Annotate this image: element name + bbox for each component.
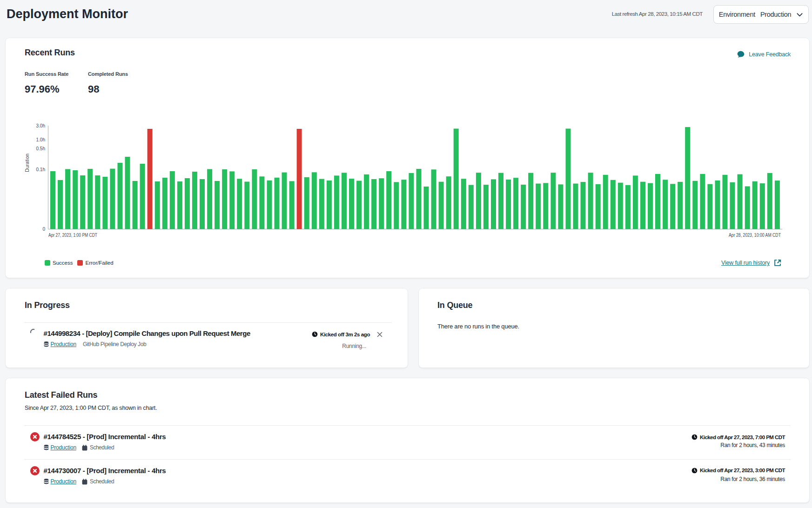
svg-text:0: 0 xyxy=(42,227,45,232)
svg-text:3.0h: 3.0h xyxy=(36,123,45,128)
svg-text:Duration: Duration xyxy=(24,154,30,172)
svg-text:Apr 27, 2023, 1:00 PM CDT: Apr 27, 2023, 1:00 PM CDT xyxy=(48,232,97,238)
svg-text:0.5h: 0.5h xyxy=(36,146,45,151)
svg-text:1.0h: 1.0h xyxy=(36,137,45,142)
svg-text:Apr 28, 2023, 10:00 AM CDT: Apr 28, 2023, 10:00 AM CDT xyxy=(729,232,781,238)
svg-text:0.1h: 0.1h xyxy=(36,167,45,172)
